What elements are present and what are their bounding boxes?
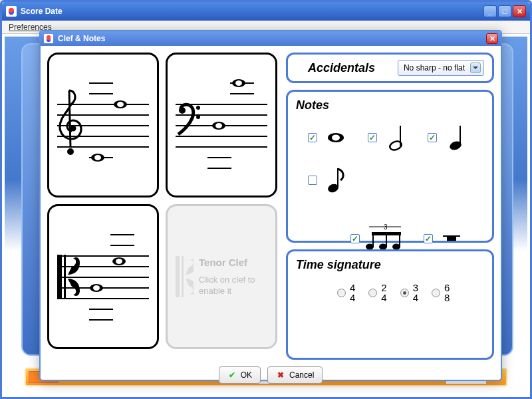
svg-point-22 xyxy=(332,135,340,141)
svg-rect-13 xyxy=(57,255,62,299)
timesig-2-4[interactable]: 24 xyxy=(368,283,386,303)
main-window: Score Date _ □ ✕ Preferences Score 0 Pre… xyxy=(0,0,532,399)
right-column: Accidentals No sharp - no flat Notes xyxy=(286,53,494,360)
c-clef-icon xyxy=(176,256,194,297)
section-notes: Notes xyxy=(286,90,494,243)
treble-clef-icon xyxy=(56,88,82,161)
timesig-4-4[interactable]: 44 xyxy=(337,283,355,303)
triplet-icon: 3 xyxy=(365,225,405,252)
svg-point-12 xyxy=(215,123,222,128)
clef-bass[interactable] xyxy=(166,53,277,198)
svg-point-1 xyxy=(70,126,76,132)
close-button[interactable]: ✕ xyxy=(513,5,526,17)
svg-point-16 xyxy=(116,259,122,264)
timesig-6-8[interactable]: 68 xyxy=(432,283,450,303)
accidentals-selected: No sharp - no flat xyxy=(404,63,465,72)
rest-icon xyxy=(438,225,465,252)
radio[interactable] xyxy=(400,289,409,297)
svg-point-10 xyxy=(235,80,242,86)
svg-point-24 xyxy=(388,140,402,151)
tenor-hint: Click on clef to enable it xyxy=(199,275,267,297)
cancel-button[interactable]: ✖ Cancel xyxy=(267,366,323,384)
dialog-title: Clef & Notes xyxy=(58,34,105,43)
tenor-title: Tenor Clef xyxy=(199,257,267,268)
clef-treble[interactable] xyxy=(47,53,159,198)
dialog-close-button[interactable]: ✕ xyxy=(486,33,498,44)
checkbox[interactable] xyxy=(350,234,360,243)
dialog-titlebar: Clef & Notes ✕ xyxy=(41,31,501,46)
note-quarter[interactable] xyxy=(428,124,469,151)
dialog-buttons: ✔ OK ✖ Cancel xyxy=(47,366,494,384)
clef-tenor-disabled[interactable]: Tenor Clef Click on clef to enable it xyxy=(166,204,277,349)
half-note-icon xyxy=(382,124,409,151)
svg-rect-20 xyxy=(182,256,184,297)
radio[interactable] xyxy=(337,289,346,297)
svg-point-3 xyxy=(117,102,124,107)
svg-point-8 xyxy=(196,115,200,119)
window-buttons: _ □ ✕ xyxy=(483,5,526,17)
note-icon xyxy=(113,100,128,109)
note-icon xyxy=(89,283,104,293)
svg-point-6 xyxy=(179,107,186,114)
svg-rect-19 xyxy=(176,256,180,297)
maximize-button[interactable]: □ xyxy=(498,5,511,17)
clef-alto[interactable] xyxy=(47,204,159,349)
java-icon xyxy=(6,6,17,17)
minimize-button[interactable]: _ xyxy=(483,5,497,17)
main-title: Score Date xyxy=(21,7,63,16)
checkbox[interactable] xyxy=(424,234,433,243)
dialog-body: Tenor Clef Click on clef to enable it Ac… xyxy=(41,46,501,380)
svg-rect-38 xyxy=(447,236,456,241)
checkbox[interactable] xyxy=(368,133,377,142)
timesig-label: Time signature xyxy=(296,258,484,272)
section-timesig: Time signature 44 24 xyxy=(286,249,494,360)
accidentals-dropdown[interactable]: No sharp - no flat xyxy=(398,60,484,76)
main-titlebar: Score Date _ □ ✕ xyxy=(2,2,530,21)
svg-point-7 xyxy=(196,106,200,110)
note-triplet[interactable]: 3 xyxy=(350,225,405,252)
chevron-down-icon xyxy=(470,63,481,73)
cross-icon: ✖ xyxy=(276,370,285,380)
note-rest[interactable] xyxy=(424,225,465,252)
note-half[interactable] xyxy=(368,124,409,151)
checkbox[interactable] xyxy=(308,176,317,185)
note-eighth[interactable] xyxy=(308,167,349,194)
svg-rect-14 xyxy=(64,255,66,299)
note-icon xyxy=(231,78,246,88)
clef-notes-dialog: Clef & Notes ✕ xyxy=(39,30,502,381)
radio[interactable] xyxy=(432,289,440,297)
whole-note-icon xyxy=(323,124,349,151)
svg-text:3: 3 xyxy=(384,224,388,231)
java-icon xyxy=(44,34,53,43)
accidentals-label: Accidentals xyxy=(308,61,375,75)
svg-point-18 xyxy=(93,285,100,291)
quarter-note-icon xyxy=(442,124,469,151)
svg-point-0 xyxy=(67,148,74,155)
note-icon xyxy=(90,153,105,162)
check-icon: ✔ xyxy=(227,370,237,380)
section-accidentals: Accidentals No sharp - no flat xyxy=(286,53,494,83)
clef-grid: Tenor Clef Click on clef to enable it xyxy=(47,53,278,360)
checkbox[interactable] xyxy=(428,133,437,142)
note-whole[interactable] xyxy=(308,124,349,151)
note-icon xyxy=(112,257,126,266)
c-clef-icon xyxy=(57,255,84,299)
checkbox[interactable] xyxy=(308,133,317,142)
svg-point-5 xyxy=(94,155,101,160)
eighth-note-icon xyxy=(323,167,349,194)
radio[interactable] xyxy=(368,289,377,297)
bass-clef-icon xyxy=(176,102,205,137)
ok-button[interactable]: ✔ OK xyxy=(219,366,261,384)
notes-label: Notes xyxy=(296,98,484,112)
timesig-3-4[interactable]: 34 xyxy=(400,283,418,303)
note-icon xyxy=(211,121,226,130)
